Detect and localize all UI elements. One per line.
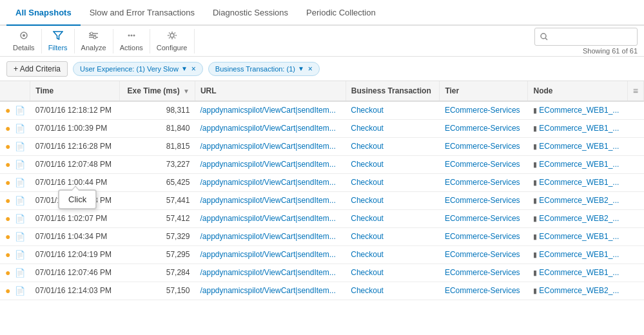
search-box[interactable] [534,28,638,46]
table-row[interactable]: ● 📄 07/01/16 12:07:46 PM 57,284 /appdyna… [0,263,644,282]
node-label[interactable]: ECommerce_WEB1_... [539,268,619,277]
row-tier[interactable]: ECommerce-Services [440,155,528,173]
bt-chip-arrow[interactable]: ▼ [298,65,304,72]
row-bt[interactable]: Checkout [346,191,440,209]
table-row[interactable]: ● 📄 07/01/16 1:00:39 PM 81,840 /appdynam… [0,119,644,137]
table-row[interactable]: ● 📄 07/01/16 1:00:44 PM 65,425 /appdynam… [0,173,644,191]
toolbar-filters[interactable]: Filters [42,29,75,53]
row-bt[interactable]: Checkout [346,101,440,119]
tab-slow-error[interactable]: Slow and Error Transactions [81,0,204,26]
row-time: 07/01/16 12:16:28 PM [30,137,120,155]
node-label[interactable]: ECommerce_WEB1_... [539,106,619,115]
row-bt[interactable]: Checkout [346,263,440,282]
row-tier[interactable]: ECommerce-Services [440,245,528,263]
bt-filter-chip[interactable]: Business Transaction: (1) ▼ × [208,62,320,76]
row-icons: ● 📄 [0,155,30,173]
doc-icon: 📄 [15,160,25,169]
table-container[interactable]: Time Exe Time (ms) ▼ URL Business Transa… [0,81,644,316]
node-label[interactable]: ECommerce_WEB1_... [539,232,619,241]
row-url[interactable]: /appdynamicspilot/ViewCart|sendItem... [195,173,346,191]
doc-icon: 📄 [15,178,25,187]
row-exe-time: 98,311 [119,101,195,119]
col-header-time[interactable]: Time [30,81,120,101]
row-url[interactable]: /appdynamicspilot/ViewCart|sendItem... [195,191,346,209]
row-tier[interactable]: ECommerce-Services [440,119,528,137]
table-row[interactable]: ● 📄 07/01/16 1:04:34 PM 57,329 /appdynam… [0,227,644,245]
row-tier[interactable]: ECommerce-Services [440,263,528,282]
row-url[interactable]: /appdynamicspilot/ViewCart|sendItem... [195,263,346,282]
node-label[interactable]: ECommerce_WEB2_... [539,196,619,205]
row-url[interactable]: /appdynamicspilot/ViewCart|sendItem... [195,227,346,245]
node-label[interactable]: ECommerce_WEB2_... [539,214,619,223]
row-bt[interactable]: Checkout [346,227,440,245]
row-url[interactable]: /appdynamicspilot/ViewCart|sendItem... [195,245,346,263]
column-options-icon[interactable]: ≡ [633,86,638,96]
svg-point-9 [133,34,135,36]
node-label[interactable]: ECommerce_WEB1_... [539,250,619,259]
row-node: ▮ ECommerce_WEB1_... [528,155,627,173]
col-header-node[interactable]: Node [528,81,627,101]
row-tier[interactable]: ECommerce-Services [440,101,528,119]
table-row[interactable]: ● 📄 07/01/16 12:13:53 PM 57,441 /appdyna… [0,191,644,209]
row-tier[interactable]: ECommerce-Services [440,191,528,209]
row-url[interactable]: /appdynamicspilot/ViewCart|sendItem... [195,282,346,300]
toolbar-details[interactable]: Details [6,29,42,53]
row-url[interactable]: /appdynamicspilot/ViewCart|sendItem... [195,155,346,173]
row-bt[interactable]: Checkout [346,137,440,155]
ux-chip-arrow[interactable]: ▼ [181,65,188,72]
row-bt[interactable]: Checkout [346,209,440,227]
top-nav: All Snapshots Slow and Error Transaction… [0,0,644,26]
node-label[interactable]: ECommerce_WEB1_... [539,160,619,169]
table-row[interactable]: ● 📄 07/01/16 12:07:48 PM 73,227 /appdyna… [0,155,644,173]
row-tier[interactable]: ECommerce-Services [440,173,528,191]
row-icons: ● 📄 [0,245,30,263]
filters-icon [53,31,63,43]
warning-icon: ● [5,141,10,151]
row-tier[interactable]: ECommerce-Services [440,282,528,300]
table-row[interactable]: ● 📄 07/01/16 12:04:19 PM 57,295 /appdyna… [0,245,644,263]
row-icons: ● 📄 [0,101,30,119]
node-label[interactable]: ECommerce_WEB1_... [539,142,619,151]
row-bt[interactable]: Checkout [346,173,440,191]
bt-chip-close[interactable]: × [308,64,313,73]
row-bt[interactable]: Checkout [346,245,440,263]
table-row[interactable]: ● 📄 07/01/16 12:18:12 PM 98,311 /appdyna… [0,101,644,119]
col-header-url[interactable]: URL [195,81,346,101]
row-url[interactable]: /appdynamicspilot/ViewCart|sendItem... [195,101,346,119]
col-header-tier[interactable]: Tier [440,81,528,101]
row-tier[interactable]: ECommerce-Services [440,209,528,227]
row-url[interactable]: /appdynamicspilot/ViewCart|sendItem... [195,209,346,227]
node-icon: ▮ [533,269,537,276]
toolbar-configure[interactable]: Configure [150,29,195,53]
tab-periodic[interactable]: Periodic Collection [297,0,385,26]
row-bt[interactable]: Checkout [346,282,440,300]
row-url[interactable]: /appdynamicspilot/ViewCart|sendItem... [195,119,346,137]
row-node: ▮ ECommerce_WEB1_... [528,245,627,263]
table-row[interactable]: ● 📄 07/01/16 1:02:07 PM 57,412 /appdynam… [0,209,644,227]
node-label[interactable]: ECommerce_WEB1_... [539,178,619,187]
table-row[interactable]: ● 📄 07/01/16 12:16:28 PM 81,815 /appdyna… [0,137,644,155]
showing-text: Showing 61 of 61 [583,47,638,55]
row-bt[interactable]: Checkout [346,119,440,137]
toolbar-analyze[interactable]: Analyze [75,29,113,53]
col-header-exe-time[interactable]: Exe Time (ms) ▼ [119,81,195,101]
row-bt[interactable]: Checkout [346,155,440,173]
tab-diagnostic[interactable]: Diagnostic Sessions [204,0,297,26]
doc-icon: 📄 [15,124,25,133]
row-tier[interactable]: ECommerce-Services [440,227,528,245]
row-tier[interactable]: ECommerce-Services [440,137,528,155]
ux-chip-close[interactable]: × [191,64,196,73]
node-label[interactable]: ECommerce_WEB1_... [539,124,619,133]
toolbar-actions[interactable]: Actions [113,29,150,53]
row-url[interactable]: /appdynamicspilot/ViewCart|sendItem... [195,137,346,155]
tab-all-snapshots[interactable]: All Snapshots [6,0,81,26]
node-label[interactable]: ECommerce_WEB2_... [539,286,619,295]
search-input[interactable] [548,32,632,41]
add-criteria-button[interactable]: + Add Criteria [6,61,68,77]
row-exe-time: 57,441 [119,191,195,209]
table-row[interactable]: ● 📄 07/01/16 12:14:03 PM 57,150 /appdyna… [0,282,644,300]
col-header-bt[interactable]: Business Transaction [346,81,440,101]
ux-filter-chip[interactable]: User Experience: (1) Very Slow ▼ × [73,62,203,76]
row-exe-time: 57,295 [119,245,195,263]
node-icon: ▮ [533,233,537,240]
